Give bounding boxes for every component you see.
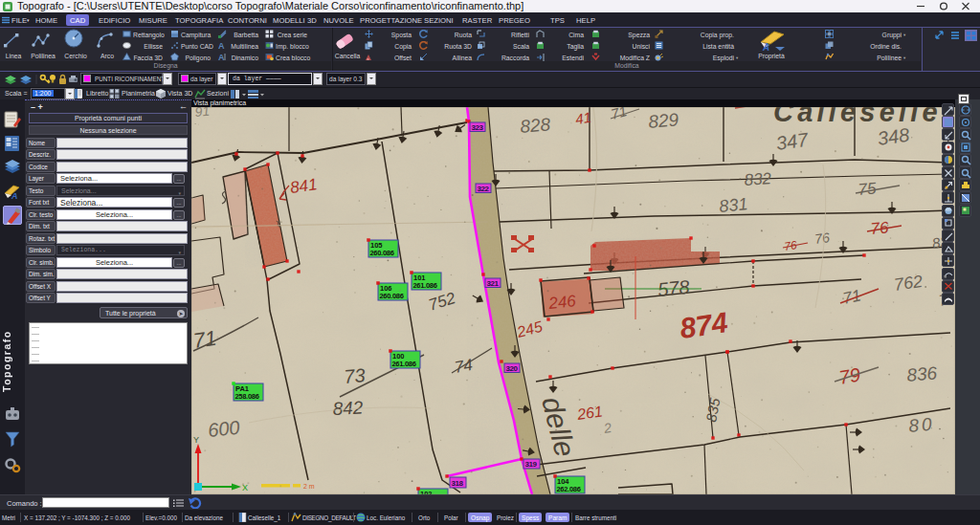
- svg-text:A: A: [762, 42, 769, 52]
- svg-text:2 m: 2 m: [303, 483, 315, 490]
- svg-text:600: 600: [207, 417, 240, 441]
- svg-text:71: 71: [841, 286, 862, 308]
- svg-text:322: 322: [478, 185, 490, 193]
- svg-text:75: 75: [858, 179, 878, 199]
- svg-text:578: 578: [657, 276, 690, 300]
- svg-text:874: 874: [678, 306, 729, 344]
- svg-text:A: A: [218, 53, 225, 61]
- svg-text:831: 831: [718, 194, 748, 216]
- svg-text:829: 829: [648, 109, 680, 132]
- svg-text:71: 71: [191, 326, 218, 353]
- svg-text:80: 80: [908, 414, 936, 436]
- svg-text:323: 323: [472, 123, 484, 132]
- svg-text:A: A: [11, 191, 18, 201]
- svg-text:A: A: [218, 41, 225, 50]
- svg-text:841: 841: [289, 175, 319, 197]
- svg-text:828: 828: [520, 114, 552, 137]
- svg-text:261.086: 261.086: [413, 281, 437, 290]
- svg-text:76: 76: [813, 230, 831, 247]
- svg-text:Calleselle: Calleselle: [773, 107, 942, 127]
- svg-text:318: 318: [452, 479, 464, 488]
- svg-text:246: 246: [546, 292, 577, 313]
- svg-text:762: 762: [893, 272, 924, 295]
- svg-text:320: 320: [506, 364, 519, 373]
- svg-text:348: 348: [876, 124, 910, 149]
- svg-text:260.086: 260.086: [370, 249, 394, 257]
- svg-text:41: 41: [574, 109, 592, 127]
- svg-text:832: 832: [744, 169, 772, 189]
- svg-text:260.086: 260.086: [380, 292, 404, 300]
- svg-text:836: 836: [906, 362, 939, 385]
- svg-text:73: 73: [343, 364, 366, 387]
- svg-text:Y: Y: [193, 435, 199, 445]
- svg-text:319: 319: [525, 460, 538, 469]
- svg-text:91: 91: [194, 107, 211, 120]
- svg-text:321: 321: [487, 279, 500, 288]
- svg-text:262.086: 262.086: [557, 485, 581, 493]
- svg-text:261.086: 261.086: [392, 360, 416, 368]
